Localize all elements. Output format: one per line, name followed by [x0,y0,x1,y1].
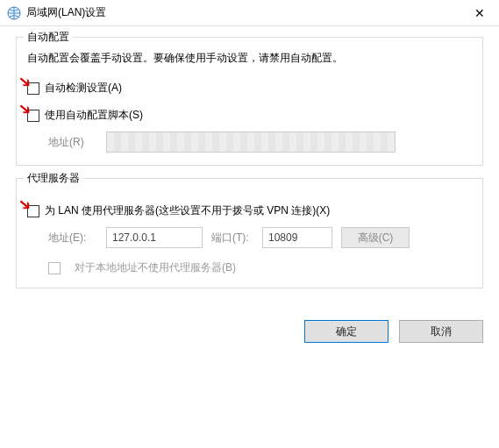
proxy-legend: 代理服务器 [24,171,83,186]
auto-script-checkbox[interactable] [27,110,39,122]
proxy-address-label: 地址(E): [48,231,97,245]
auto-script-label: 使用自动配置脚本(S) [45,108,143,123]
cancel-button[interactable]: 取消 [399,320,483,343]
proxy-port-input[interactable]: 10809 [262,227,332,248]
auto-script-address-row: 地址(R) [48,132,472,153]
close-button[interactable]: ✕ [460,0,499,26]
advanced-button[interactable]: 高级(C) [341,227,410,248]
auto-detect-checkbox[interactable] [27,82,39,95]
proxy-use-checkbox[interactable] [27,205,39,217]
auto-config-group: 自动配置 自动配置会覆盖手动设置。要确保使用手动设置，请禁用自动配置。 ➔ 自动… [16,37,483,166]
proxy-bypass-label: 对于本地地址不使用代理服务器(B) [75,260,236,275]
auto-script-address-input[interactable] [106,132,396,153]
proxy-use-row: ➔ 为 LAN 使用代理服务器(这些设置不用于拨号或 VPN 连接)(X) [27,203,472,218]
proxy-bypass-row: 对于本地地址不使用代理服务器(B) [48,260,472,275]
auto-detect-label: 自动检测设置(A) [45,81,122,96]
content: 自动配置 自动配置会覆盖手动设置。要确保使用手动设置，请禁用自动配置。 ➔ 自动… [0,26,499,308]
auto-script-row: ➔ 使用自动配置脚本(S) [27,108,472,123]
internet-options-icon [7,6,21,20]
titlebar: 局域网(LAN)设置 ✕ [0,0,499,26]
auto-config-description: 自动配置会覆盖手动设置。要确保使用手动设置，请禁用自动配置。 [27,50,472,67]
dialog-footer: 确定 取消 [0,308,499,355]
proxy-address-row: 地址(E): 127.0.0.1 端口(T): 10809 高级(C) [48,227,472,248]
auto-detect-row: ➔ 自动检测设置(A) [27,81,472,96]
proxy-group: 代理服务器 ➔ 为 LAN 使用代理服务器(这些设置不用于拨号或 VPN 连接)… [16,178,483,288]
proxy-address-input[interactable]: 127.0.0.1 [106,227,203,248]
close-icon: ✕ [474,6,485,20]
proxy-use-label: 为 LAN 使用代理服务器(这些设置不用于拨号或 VPN 连接)(X) [45,203,330,218]
auto-config-legend: 自动配置 [24,30,73,45]
proxy-bypass-checkbox[interactable] [48,262,61,274]
ok-button[interactable]: 确定 [304,320,389,343]
window-title: 局域网(LAN)设置 [26,5,460,20]
auto-script-address-label: 地址(R) [48,135,97,150]
proxy-port-label: 端口(T): [211,231,253,245]
